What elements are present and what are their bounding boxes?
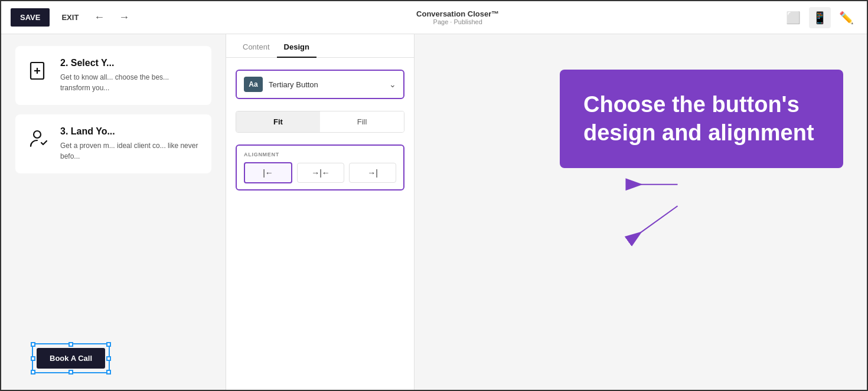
card-1-title: 2. Select Y... [60,58,200,68]
main-area: 2. Select Y... Get to know all... choose… [1,34,867,391]
page-status: Page · Published [140,18,775,25]
alignment-options: |← →|← →| [244,162,396,183]
page-title: Conversation Closer™ [140,9,775,18]
fit-tab[interactable]: Fit [236,111,320,132]
handle-ml [31,356,35,361]
card-2: 3. Land Yo... Get a proven m... ideal cl… [15,114,211,173]
handle-tr [106,342,111,347]
style-label: Tertiary Button [269,80,383,89]
align-center-button[interactable]: →|← [297,163,344,183]
right-area: Choose the button's design and alignment [415,34,867,391]
undo-button[interactable]: ← [90,9,108,26]
tutorial-box: Choose the button's design and alignment [560,70,843,168]
book-call-button[interactable]: Book A Call [37,348,105,369]
card-1-content: 2. Select Y... Get to know all... choose… [60,58,200,93]
alignment-label: ALIGNMENT [244,152,396,157]
design-panel: Content Design Aa Tertiary Button ⌄ Fit … [226,34,415,391]
style-selector[interactable]: Aa Tertiary Button ⌄ [236,70,404,99]
exit-button[interactable]: EXIT [57,9,83,25]
handle-tm [68,342,73,347]
panel-tabs: Content Design [226,34,414,58]
align-right-button[interactable]: →| [349,163,396,183]
card-1: 2. Select Y... Get to know all... choose… [15,46,211,105]
topbar-center: Conversation Closer™ Page · Published [140,9,775,25]
card-2-title: 3. Land Yo... [60,126,200,137]
handle-tl [31,342,35,347]
desktop-view-icon[interactable]: ⬜ [782,7,804,28]
card-1-icon [27,60,51,86]
tutorial-text: Choose the button's design and alignment [583,91,820,147]
svg-point-3 [34,131,41,138]
canvas-area: 2. Select Y... Get to know all... choose… [1,34,226,391]
panel-body: Aa Tertiary Button ⌄ Fit Fill ALIGNMENT … [226,58,414,391]
topbar: SAVE EXIT ← → Conversation Closer™ Page … [1,1,867,34]
fill-tab[interactable]: Fill [320,111,404,132]
size-tabs: Fit Fill [236,111,404,133]
align-left-button[interactable]: |← [244,162,292,183]
tab-design[interactable]: Design [277,34,316,57]
card-1-body: Get to know all... choose the bes... tra… [60,72,200,93]
edit-icon[interactable]: ✏️ [836,7,857,28]
redo-button[interactable]: → [115,9,133,26]
alignment-section: ALIGNMENT |← →|← →| [236,144,404,190]
book-call-wrapper: Book A Call [37,348,105,369]
handle-mr [106,356,111,361]
card-2-content: 3. Land Yo... Get a proven m... ideal cl… [60,126,200,162]
handle-br [106,370,111,374]
chevron-down-icon: ⌄ [389,80,396,89]
tab-content[interactable]: Content [236,34,277,57]
style-badge: Aa [244,77,263,92]
handle-bm [68,370,73,374]
handle-bl [31,370,35,374]
save-button[interactable]: SAVE [11,8,50,27]
mobile-view-icon[interactable]: 📱 [809,7,831,28]
card-2-icon [27,129,51,154]
view-controls: ⬜ 📱 ✏️ [782,7,857,28]
card-2-body: Get a proven m... ideal client co... lik… [60,140,200,162]
